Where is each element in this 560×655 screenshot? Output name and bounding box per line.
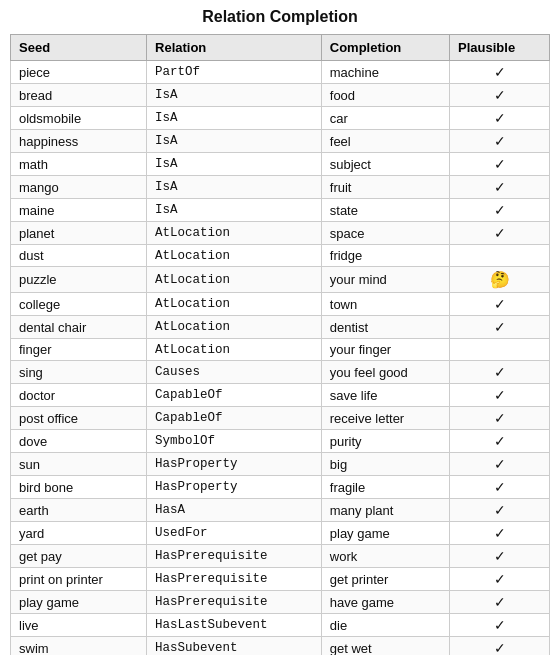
- table-row: yardUsedForplay game✓: [11, 522, 550, 545]
- cell-relation: AtLocation: [147, 339, 322, 361]
- cell-plausible: ✓: [450, 430, 550, 453]
- cell-plausible: ✓: [450, 453, 550, 476]
- cell-seed: play game: [11, 591, 147, 614]
- table-row: swimHasSubeventget wet✓: [11, 637, 550, 656]
- cell-relation: IsA: [147, 84, 322, 107]
- cell-completion: your mind: [321, 267, 449, 293]
- table-row: play gameHasPrerequisitehave game✓: [11, 591, 550, 614]
- page-wrapper: Relation Completion Seed Relation Comple…: [0, 0, 560, 655]
- cell-plausible: ✓: [450, 61, 550, 84]
- cell-plausible: ✓: [450, 476, 550, 499]
- table-row: piecePartOfmachine✓: [11, 61, 550, 84]
- cell-seed: bird bone: [11, 476, 147, 499]
- cell-completion: play game: [321, 522, 449, 545]
- table-row: earthHasAmany plant✓: [11, 499, 550, 522]
- table-row: doveSymbolOfpurity✓: [11, 430, 550, 453]
- cell-relation: AtLocation: [147, 267, 322, 293]
- cell-seed: piece: [11, 61, 147, 84]
- cell-completion: town: [321, 293, 449, 316]
- table-row: dental chairAtLocationdentist✓: [11, 316, 550, 339]
- table-row: breadIsAfood✓: [11, 84, 550, 107]
- cell-relation: SymbolOf: [147, 430, 322, 453]
- cell-plausible: ✓: [450, 222, 550, 245]
- table-header-row: Seed Relation Completion Plausible: [11, 35, 550, 61]
- table-row: puzzleAtLocationyour mind🤔: [11, 267, 550, 293]
- cell-plausible: ✓: [450, 199, 550, 222]
- cell-completion: get wet: [321, 637, 449, 656]
- check-icon: ✓: [494, 156, 506, 172]
- check-icon: ✓: [494, 319, 506, 335]
- relation-table: Seed Relation Completion Plausible piece…: [10, 34, 550, 655]
- table-row: get payHasPrerequisitework✓: [11, 545, 550, 568]
- cell-seed: mango: [11, 176, 147, 199]
- cell-relation: HasLastSubevent: [147, 614, 322, 637]
- cell-completion: your finger: [321, 339, 449, 361]
- cell-relation: IsA: [147, 107, 322, 130]
- cell-completion: have game: [321, 591, 449, 614]
- cell-seed: puzzle: [11, 267, 147, 293]
- cell-relation: IsA: [147, 199, 322, 222]
- check-icon: ✓: [494, 87, 506, 103]
- check-icon: ✓: [494, 479, 506, 495]
- col-plausible: Plausible: [450, 35, 550, 61]
- col-completion: Completion: [321, 35, 449, 61]
- cell-completion: space: [321, 222, 449, 245]
- cell-relation: AtLocation: [147, 222, 322, 245]
- check-icon: ✓: [494, 548, 506, 564]
- cell-plausible: ✓: [450, 293, 550, 316]
- cell-plausible: ✓: [450, 153, 550, 176]
- cell-seed: get pay: [11, 545, 147, 568]
- cell-completion: car: [321, 107, 449, 130]
- table-row: dustAtLocationfridge: [11, 245, 550, 267]
- cell-seed: dove: [11, 430, 147, 453]
- cell-completion: state: [321, 199, 449, 222]
- cell-completion: work: [321, 545, 449, 568]
- cell-completion: food: [321, 84, 449, 107]
- cell-plausible: ✓: [450, 316, 550, 339]
- cell-seed: math: [11, 153, 147, 176]
- cell-plausible: ✓: [450, 568, 550, 591]
- cell-completion: dentist: [321, 316, 449, 339]
- check-icon: ✓: [494, 410, 506, 426]
- thinking-emoji: 🤔: [490, 271, 510, 288]
- cell-relation: CapableOf: [147, 407, 322, 430]
- cell-seed: bread: [11, 84, 147, 107]
- table-row: print on printerHasPrerequisiteget print…: [11, 568, 550, 591]
- cell-plausible: ✓: [450, 130, 550, 153]
- cell-plausible: [450, 339, 550, 361]
- cell-completion: big: [321, 453, 449, 476]
- cell-relation: CapableOf: [147, 384, 322, 407]
- check-icon: ✓: [494, 617, 506, 633]
- table-row: liveHasLastSubeventdie✓: [11, 614, 550, 637]
- check-icon: ✓: [494, 225, 506, 241]
- cell-plausible: 🤔: [450, 267, 550, 293]
- cell-completion: purity: [321, 430, 449, 453]
- cell-seed: post office: [11, 407, 147, 430]
- cell-seed: print on printer: [11, 568, 147, 591]
- check-icon: ✓: [494, 202, 506, 218]
- cell-completion: fragile: [321, 476, 449, 499]
- cell-plausible: ✓: [450, 522, 550, 545]
- cell-seed: dust: [11, 245, 147, 267]
- table-row: oldsmobileIsAcar✓: [11, 107, 550, 130]
- check-icon: ✓: [494, 594, 506, 610]
- table-row: collegeAtLocationtown✓: [11, 293, 550, 316]
- cell-completion: machine: [321, 61, 449, 84]
- cell-seed: yard: [11, 522, 147, 545]
- cell-relation: AtLocation: [147, 293, 322, 316]
- cell-relation: HasPrerequisite: [147, 568, 322, 591]
- table-row: planetAtLocationspace✓: [11, 222, 550, 245]
- cell-plausible: ✓: [450, 407, 550, 430]
- cell-seed: swim: [11, 637, 147, 656]
- cell-seed: planet: [11, 222, 147, 245]
- cell-seed: maine: [11, 199, 147, 222]
- check-icon: ✓: [494, 110, 506, 126]
- cell-completion: receive letter: [321, 407, 449, 430]
- cell-relation: HasPrerequisite: [147, 545, 322, 568]
- cell-completion: save life: [321, 384, 449, 407]
- col-seed: Seed: [11, 35, 147, 61]
- cell-plausible: ✓: [450, 637, 550, 656]
- cell-relation: HasProperty: [147, 476, 322, 499]
- table-row: maineIsAstate✓: [11, 199, 550, 222]
- cell-relation: IsA: [147, 153, 322, 176]
